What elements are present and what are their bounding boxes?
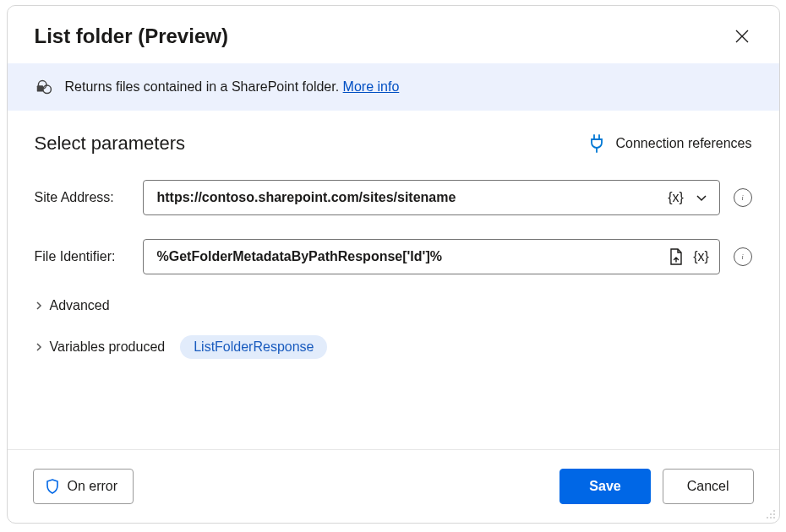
advanced-label: Advanced bbox=[50, 298, 110, 313]
info-icon: i bbox=[741, 253, 743, 261]
advanced-expander[interactable]: Advanced bbox=[35, 298, 752, 313]
dialog: List folder (Preview) S Returns files co… bbox=[7, 5, 780, 524]
banner-description: Returns files contained in a SharePoint … bbox=[65, 79, 343, 94]
site-address-input[interactable] bbox=[156, 189, 663, 206]
info-icon: i bbox=[741, 194, 743, 202]
variables-produced-label: Variables produced bbox=[50, 339, 166, 355]
cancel-button[interactable]: Cancel bbox=[663, 469, 754, 504]
select-file-button[interactable] bbox=[663, 244, 689, 269]
shield-icon bbox=[46, 479, 59, 494]
close-button[interactable] bbox=[730, 24, 754, 48]
more-info-link[interactable]: More info bbox=[343, 79, 400, 94]
insert-variable-button-2[interactable]: {x} bbox=[689, 244, 714, 269]
dialog-header: List folder (Preview) bbox=[8, 6, 779, 63]
parameters-title: Select parameters bbox=[35, 133, 186, 155]
variables-produced-expander[interactable]: Variables produced ListFolderResponse bbox=[35, 335, 752, 359]
parameters-header: Select parameters Connection references bbox=[35, 133, 752, 155]
chevron-down-icon bbox=[695, 191, 708, 204]
field-file-identifier: File Identifier: {x} i bbox=[35, 239, 752, 274]
plug-icon bbox=[589, 134, 604, 153]
file-picker-icon bbox=[669, 248, 684, 265]
banner-text: Returns files contained in a SharePoint … bbox=[65, 79, 400, 95]
file-identifier-input[interactable] bbox=[156, 248, 663, 265]
site-address-input-wrap: {x} bbox=[143, 180, 720, 215]
sharepoint-icon: S bbox=[35, 79, 52, 95]
content: Select parameters Connection references … bbox=[8, 111, 779, 449]
field-site-address: Site Address: {x} i bbox=[35, 180, 752, 215]
file-identifier-input-wrap: {x} bbox=[143, 239, 720, 274]
chevron-right-icon bbox=[35, 342, 43, 352]
dropdown-button[interactable] bbox=[689, 185, 714, 210]
dialog-title: List folder (Preview) bbox=[35, 24, 228, 48]
site-address-label: Site Address: bbox=[35, 190, 143, 205]
chevron-right-icon bbox=[35, 301, 43, 311]
dialog-footer: On error Save Cancel bbox=[8, 449, 779, 523]
save-button[interactable]: Save bbox=[559, 469, 650, 504]
info-banner: S Returns files contained in a SharePoin… bbox=[8, 63, 779, 111]
file-identifier-help[interactable]: i bbox=[734, 247, 752, 266]
connection-references-button[interactable]: Connection references bbox=[589, 134, 752, 153]
connection-references-label: Connection references bbox=[616, 136, 752, 151]
on-error-button[interactable]: On error bbox=[33, 469, 134, 504]
svg-point-1 bbox=[42, 85, 51, 94]
insert-variable-button[interactable]: {x} bbox=[663, 185, 689, 210]
site-address-help[interactable]: i bbox=[734, 188, 752, 207]
close-icon bbox=[735, 30, 749, 43]
on-error-label: On error bbox=[68, 479, 118, 494]
file-identifier-label: File Identifier: bbox=[35, 249, 143, 264]
variable-pill[interactable]: ListFolderResponse bbox=[180, 335, 327, 359]
